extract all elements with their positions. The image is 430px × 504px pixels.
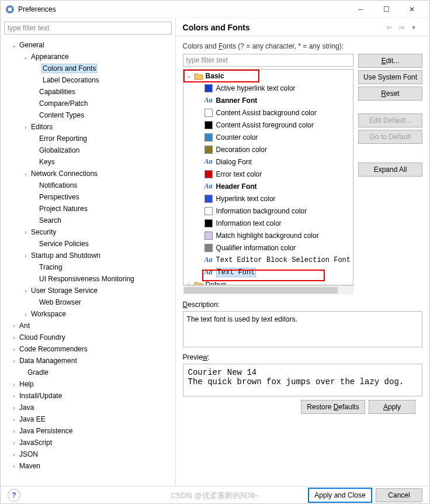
colors-fonts-item[interactable]: AaText Editor Block Selection Font	[183, 254, 353, 266]
colors-fonts-item[interactable]: Information text color	[183, 217, 353, 229]
view-menu-icon[interactable]: ▾	[412, 23, 422, 32]
tree-item[interactable]: Notifications	[1, 179, 175, 191]
colors-fonts-item[interactable]: Error text color	[183, 168, 353, 180]
tree-item[interactable]: ⌄General	[1, 39, 175, 51]
colors-fonts-item[interactable]: AaHeader Font	[183, 180, 353, 192]
color-swatch-icon	[204, 109, 213, 117]
tree-item[interactable]: Perspectives	[1, 191, 175, 203]
colors-fonts-item[interactable]: Match highlight background color	[183, 229, 353, 241]
window-icon	[5, 5, 15, 14]
tree-item[interactable]: ›Cloud Foundry	[1, 332, 175, 343]
maximize-button[interactable]: ☐	[373, 1, 399, 18]
item-label: Text Font	[216, 268, 256, 277]
tree-item[interactable]: Colors and Fonts	[1, 63, 175, 74]
tree-item-label: Editors	[30, 122, 54, 132]
colors-fonts-item[interactable]: AaBanner Font	[183, 94, 353, 106]
apply-and-close-button[interactable]: Apply and Close	[308, 488, 372, 503]
tree-item[interactable]: Content Types	[1, 109, 175, 121]
settings-pane: Colors and Fonts ⇦ ⇨ ▾ Colors and Fonts …	[176, 18, 429, 486]
tree-item[interactable]: ›Security	[1, 226, 175, 238]
colors-fonts-item[interactable]: Counter color	[183, 131, 353, 143]
expand-all-button[interactable]: Expand All	[358, 163, 422, 177]
tree-item[interactable]: Label Decorations	[1, 74, 175, 86]
colors-fonts-item[interactable]: Content Assist foreground color	[183, 119, 353, 131]
tree-item[interactable]: Capabilities	[1, 86, 175, 98]
colors-fonts-tree[interactable]: ⌄BasicActive hyperlink text colorAaBanne…	[183, 69, 353, 285]
nav-forward-icon[interactable]: ⇨	[399, 23, 410, 32]
tree-item-label: Appearance	[30, 52, 70, 61]
tree-item[interactable]: Service Policies	[1, 238, 175, 250]
preferences-tree[interactable]: ⌄General⌄AppearanceColors and FontsLabel…	[1, 38, 175, 486]
colors-fonts-item[interactable]: AaText Font	[183, 266, 353, 278]
tree-item[interactable]: ›Editors	[1, 121, 175, 133]
tree-item[interactable]: ›Data Management	[1, 355, 175, 367]
tree-item[interactable]: ›Startup and Shutdown	[1, 250, 175, 261]
colors-fonts-filter-input[interactable]: type filter text	[183, 54, 353, 67]
left-filter-input[interactable]: type filter text	[4, 22, 172, 34]
nav-back-icon[interactable]: ⇦	[386, 23, 397, 32]
chevron-right-icon: ›	[10, 463, 18, 470]
item-label: Active hyperlink text color	[216, 84, 296, 92]
colors-fonts-item[interactable]: Qualifier information color	[183, 241, 353, 254]
tree-item[interactable]: Compare/Patch	[1, 98, 175, 109]
tree-item[interactable]: ›JavaScript	[1, 437, 175, 448]
tree-item[interactable]: ›Workspace	[1, 308, 175, 320]
edit-button[interactable]: Edit...	[358, 54, 422, 68]
tree-item[interactable]: Globalization	[1, 144, 175, 156]
description-label: Description:	[183, 301, 422, 309]
colors-fonts-item[interactable]: Content Assist background color	[183, 106, 353, 119]
tree-item[interactable]: ›Network Connections	[1, 168, 175, 179]
colors-fonts-item[interactable]: ⌄Basic	[183, 70, 353, 82]
tree-item[interactable]: ›Code Recommenders	[1, 343, 175, 355]
tree-item-label: Cloud Foundry	[18, 333, 67, 342]
tree-item[interactable]: Error Reporting	[1, 133, 175, 144]
tree-item[interactable]: ›User Storage Service	[1, 285, 175, 296]
tree-item[interactable]: ›Java	[1, 402, 175, 413]
tree-item[interactable]: ›Maven	[1, 460, 175, 472]
tree-item[interactable]: Search	[1, 215, 175, 226]
preview-label: Preview:	[183, 353, 422, 361]
item-label: Content Assist background color	[216, 109, 317, 117]
font-icon: Aa	[204, 96, 214, 105]
use-system-font-button[interactable]: Use System Font	[358, 70, 422, 84]
tree-item[interactable]: ›Install/Update	[1, 390, 175, 402]
tree-item-label: Code Recommenders	[18, 344, 89, 354]
tree-item[interactable]: ›Ant	[1, 320, 175, 332]
tree-item[interactable]: Tracing	[1, 261, 175, 273]
tree-item[interactable]: Gradle	[1, 367, 175, 378]
tree-item[interactable]: UI Responsiveness Monitoring	[1, 273, 175, 285]
colors-fonts-item[interactable]: AaDialog Font	[183, 156, 353, 168]
tree-item[interactable]: Project Natures	[1, 203, 175, 215]
apply-button[interactable]: Apply	[369, 400, 415, 414]
tree-item[interactable]: Web Browser	[1, 296, 175, 308]
item-label: Information background color	[216, 207, 307, 215]
chevron-right-icon: ›	[10, 358, 18, 364]
colors-fonts-item[interactable]: Decoration color	[183, 143, 353, 156]
cancel-button[interactable]: Cancel	[376, 488, 422, 502]
item-label: Hyperlink text color	[216, 195, 276, 203]
chevron-right-icon: ›	[22, 124, 30, 130]
tree-item[interactable]: ⌄Appearance	[1, 51, 175, 63]
tree-item[interactable]: ›Java Persistence	[1, 425, 175, 437]
item-label: Decoration color	[216, 146, 267, 154]
tree-item[interactable]: Keys	[1, 156, 175, 168]
tree-item[interactable]: ›JSON	[1, 448, 175, 460]
item-label: Error text color	[216, 170, 262, 178]
colors-fonts-item[interactable]: Hyperlink text color	[183, 192, 353, 205]
reset-button[interactable]: Reset	[358, 87, 422, 101]
page-title: Colors and Fonts	[183, 23, 384, 32]
tree-item[interactable]: ›Help	[1, 378, 175, 390]
close-button[interactable]: ✕	[399, 1, 425, 18]
colors-fonts-item[interactable]: ›Debug	[183, 278, 353, 285]
color-swatch-icon	[204, 84, 213, 92]
description-box: The text font is used by text editors.	[183, 311, 422, 347]
colors-fonts-item[interactable]: Information background color	[183, 205, 353, 217]
item-label: Match highlight background color	[216, 232, 319, 240]
minimize-button[interactable]: ─	[348, 1, 373, 18]
tree-item-label: JavaScript	[18, 438, 53, 447]
help-button[interactable]: ?	[8, 489, 20, 502]
tree-item[interactable]: ›Java EE	[1, 413, 175, 425]
horizontal-scrollbar[interactable]	[183, 285, 353, 295]
colors-fonts-item[interactable]: Active hyperlink text color	[183, 82, 353, 94]
restore-defaults-button[interactable]: Restore Defaults	[301, 400, 365, 414]
